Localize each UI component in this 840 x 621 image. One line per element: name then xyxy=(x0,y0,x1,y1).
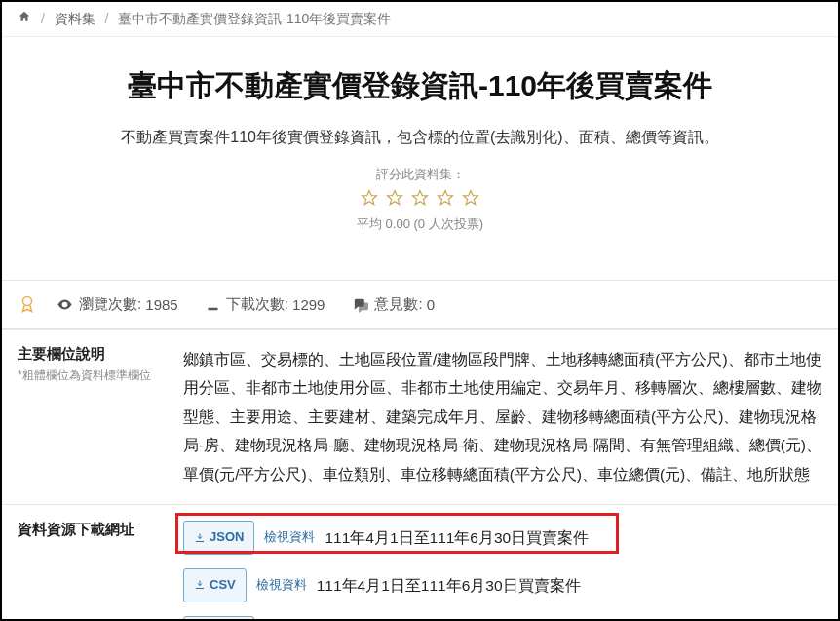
download-json-button[interactable]: JSON xyxy=(183,616,254,621)
stat-views: 瀏覽次數: 1985 xyxy=(57,295,178,314)
download-csv-button[interactable]: CSV xyxy=(183,568,247,602)
downloads-label: 下載次數: xyxy=(226,295,288,314)
stat-comments: 意見數: 0 xyxy=(352,295,435,314)
breadcrumb: / 資料集 / 臺中市不動產實價登錄資訊-110年後買賣案件 xyxy=(2,2,838,37)
svg-point-5 xyxy=(23,297,32,306)
star-icon[interactable] xyxy=(437,189,454,207)
view-data-link[interactable]: 檢視資料 xyxy=(256,573,307,598)
fields-sublabel: *粗體欄位為資料標準欄位 xyxy=(18,368,152,384)
breadcrumb-home[interactable] xyxy=(18,11,35,26)
stats-row: 瀏覽次數: 1985 下載次數: 1299 意見數: 0 xyxy=(2,280,838,329)
format-label: CSV xyxy=(210,573,236,598)
star-icon[interactable] xyxy=(462,189,479,207)
download-icon xyxy=(194,532,206,544)
resource-description: 111年4月1日至111年6月30日買賣案件 xyxy=(317,571,581,600)
metadata-table: 主要欄位說明 *粗體欄位為資料標準欄位 鄉鎮市區、交易標的、土地區段位置/建物區… xyxy=(2,329,838,621)
page-description: 不動產買賣案件110年後實價登錄資訊，包含標的位置(去識別化)、面積、總價等資訊… xyxy=(21,128,819,148)
resources-row: 資料資源下載網址 JSON檢視資料111年4月1日至111年6月30日買賣案件C… xyxy=(2,505,838,621)
breadcrumb-sep: / xyxy=(105,11,109,26)
resource-item: JSON檢視資料111年4月1日至111年6月30日買賣案件 xyxy=(183,521,822,555)
stat-downloads: 下載次數: 1299 xyxy=(206,295,325,314)
comments-label: 意見數: xyxy=(374,295,422,314)
svg-marker-0 xyxy=(362,191,376,205)
view-data-link[interactable]: 檢視資料 xyxy=(264,525,315,550)
fields-content: 鄉鎮市區、交易標的、土地區段位置/建物區段門牌、土地移轉總面積(平方公尺)、都市… xyxy=(168,330,838,505)
resources-label: 資料資源下載網址 xyxy=(2,505,168,621)
svg-marker-1 xyxy=(387,191,401,205)
eye-icon xyxy=(57,296,73,313)
svg-marker-3 xyxy=(439,191,453,205)
download-icon xyxy=(206,297,220,312)
rating-average: 平均 0.00 (0 人次投票) xyxy=(21,215,819,233)
fields-row: 主要欄位說明 *粗體欄位為資料標準欄位 鄉鎮市區、交易標的、土地區段位置/建物區… xyxy=(2,330,838,505)
svg-marker-4 xyxy=(464,191,478,205)
download-json-button[interactable]: JSON xyxy=(183,521,254,555)
resource-item: CSV檢視資料111年4月1日至111年6月30日買賣案件 xyxy=(183,568,822,602)
fields-label-cell: 主要欄位說明 *粗體欄位為資料標準欄位 xyxy=(2,330,168,505)
svg-point-6 xyxy=(63,303,66,306)
comments-icon xyxy=(352,296,368,313)
star-icon[interactable] xyxy=(411,189,429,207)
views-label: 瀏覽次數: xyxy=(79,295,141,314)
rating-stars[interactable] xyxy=(21,189,819,210)
comments-value: 0 xyxy=(427,296,435,313)
views-value: 1985 xyxy=(145,296,177,313)
rating-label: 評分此資料集： xyxy=(21,166,819,183)
format-label: JSON xyxy=(210,525,244,550)
resource-item: JSON檢視資料111年7月1日至111年9月30日買賣案件 xyxy=(183,616,822,621)
breadcrumb-current: 臺中市不動產實價登錄資訊-110年後買賣案件 xyxy=(118,11,391,26)
home-icon xyxy=(18,10,31,23)
svg-marker-2 xyxy=(413,191,428,205)
star-icon[interactable] xyxy=(361,189,378,207)
downloads-value: 1299 xyxy=(292,296,325,313)
fields-label: 主要欄位說明 xyxy=(18,345,105,362)
download-icon xyxy=(194,579,206,591)
hero-section: 臺中市不動產實價登錄資訊-110年後買賣案件 不動產買賣案件110年後實價登錄資… xyxy=(2,37,838,272)
breadcrumb-datasets[interactable]: 資料集 xyxy=(55,11,95,26)
page-title: 臺中市不動產實價登錄資訊-110年後買賣案件 xyxy=(21,66,819,106)
award-icon xyxy=(18,294,37,314)
resources-cell: JSON檢視資料111年4月1日至111年6月30日買賣案件CSV檢視資料111… xyxy=(168,505,838,621)
breadcrumb-sep: / xyxy=(41,11,45,26)
resource-description: 111年4月1日至111年6月30日買賣案件 xyxy=(325,524,589,552)
star-icon[interactable] xyxy=(386,189,403,207)
